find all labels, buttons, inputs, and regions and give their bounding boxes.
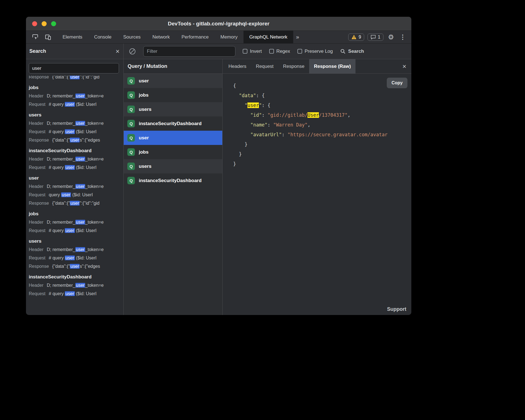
- query-badge: Q: [127, 120, 135, 127]
- code-line: "id": "gid://gitlab/User/13704317",: [233, 110, 411, 120]
- tab-response[interactable]: Response: [278, 59, 309, 73]
- query-badge: Q: [127, 163, 135, 170]
- tab-console[interactable]: Console: [88, 31, 117, 43]
- magnifier-icon: [340, 49, 346, 54]
- search-result-line[interactable]: Request# query user ($id: UserI: [29, 254, 122, 262]
- search-input[interactable]: [29, 63, 119, 73]
- search-result-line[interactable]: Request# query user ($id: UserI: [29, 226, 122, 235]
- code-line: }: [233, 159, 411, 169]
- copy-button[interactable]: Copy: [387, 78, 407, 88]
- response-tabs: Headers Request Response Response (Raw) …: [223, 59, 411, 74]
- message-count: 1: [378, 35, 380, 40]
- search-result-group[interactable]: jobs: [29, 210, 122, 218]
- tab-graphql-network[interactable]: GraphQL Network: [244, 31, 293, 43]
- tab-headers[interactable]: Headers: [224, 59, 251, 73]
- warnings-badge[interactable]: 9: [348, 34, 364, 41]
- devtools-window: DevTools - gitlab.com/-/graphql-explorer…: [26, 17, 411, 315]
- window-titlebar: DevTools - gitlab.com/-/graphql-explorer: [26, 17, 411, 31]
- network-toolbar: Invert Regex Preserve Log Search: [124, 44, 411, 59]
- code-line: {: [233, 81, 411, 91]
- response-raw-content: Copy { "data": { "user": { "id": "gid://…: [223, 74, 411, 315]
- tab-elements[interactable]: Elements: [57, 31, 88, 43]
- main-area: Response{"data":{"user":{"id":"gid jobs …: [26, 59, 411, 315]
- code-line: }: [233, 149, 411, 159]
- tabbar-right-controls: 9 1 ⚙ ⋮: [348, 31, 411, 43]
- search-result-group[interactable]: users: [29, 237, 122, 245]
- query-badge: Q: [127, 106, 135, 113]
- search-result-line[interactable]: HeaderD; remember_user_token=e: [29, 155, 122, 163]
- code-line: "name": "Warren Day",: [233, 120, 411, 130]
- query-list-item[interactable]: Q user: [124, 74, 222, 88]
- query-list-item[interactable]: Q user: [124, 131, 222, 145]
- search-result-line[interactable]: Response{"data":{"user":{"id":"gid: [29, 199, 122, 207]
- query-list-item[interactable]: Q instanceSecurityDashboard: [124, 116, 222, 131]
- tab-request[interactable]: Request: [251, 59, 278, 73]
- search-result-line[interactable]: HeaderD; remember_user_token=e: [29, 218, 122, 226]
- search-result-line[interactable]: HeaderD; remember_user_token=e: [29, 245, 122, 254]
- close-window-button[interactable]: [32, 21, 37, 26]
- query-list-item[interactable]: Q users: [124, 159, 222, 173]
- tab-network[interactable]: Network: [147, 31, 176, 43]
- search-result-line[interactable]: Request# query user ($id: UserI: [29, 290, 122, 298]
- filter-input[interactable]: [143, 46, 235, 57]
- search-result-group[interactable]: user: [29, 174, 122, 182]
- code-line: "avatarUrl": "https://secure.gravatar.co…: [233, 130, 411, 140]
- response-pane: Headers Request Response Response (Raw) …: [223, 59, 411, 315]
- regex-checkbox[interactable]: Regex: [269, 49, 290, 54]
- checkbox-box[interactable]: [243, 49, 247, 54]
- circle-slash-icon[interactable]: [129, 48, 135, 54]
- gear-icon[interactable]: ⚙: [387, 33, 395, 41]
- tab-response-raw[interactable]: Response (Raw): [309, 59, 355, 73]
- search-results[interactable]: Response{"data":{"user":{"id":"gid jobs …: [26, 75, 123, 315]
- tab-memory[interactable]: Memory: [214, 31, 243, 43]
- query-badge: Q: [127, 177, 135, 184]
- query-list-item[interactable]: Q instanceSecurityDashboard: [124, 173, 222, 188]
- search-result-line[interactable]: Response{"data":{"users":{"edges: [29, 262, 122, 271]
- close-search-panel-icon[interactable]: ×: [116, 48, 120, 55]
- tabbar-icons: [26, 31, 57, 43]
- search-result-line[interactable]: Request# query user ($id: UserI: [29, 128, 122, 136]
- kebab-menu-icon[interactable]: ⋮: [398, 33, 407, 41]
- close-response-pane-icon[interactable]: ×: [402, 63, 411, 70]
- warning-count: 9: [359, 35, 361, 40]
- search-panel-title: Search: [29, 48, 46, 54]
- search-result-line[interactable]: Response{"data":{"users":{"edges: [29, 136, 122, 144]
- query-badge: Q: [127, 77, 135, 85]
- query-badge: Q: [127, 91, 135, 99]
- search-result-line-clipped[interactable]: Response{"data":{"user":{"id":"gid: [29, 76, 122, 81]
- window-title: DevTools - gitlab.com/-/graphql-explorer: [168, 21, 269, 27]
- zoom-window-button[interactable]: [51, 21, 56, 26]
- query-badge: Q: [127, 134, 135, 142]
- support-link[interactable]: Support: [387, 306, 406, 312]
- search-result-line[interactable]: Request# query user ($id: UserI: [29, 163, 122, 172]
- message-icon: [371, 35, 376, 39]
- search-result-group[interactable]: jobs: [29, 83, 122, 92]
- issues-badge[interactable]: 1: [367, 34, 383, 41]
- search-result-group[interactable]: instanceSecurityDashboard: [29, 273, 122, 281]
- device-toolbar-icon[interactable]: [44, 33, 52, 41]
- invert-checkbox[interactable]: Invert: [243, 49, 262, 54]
- tab-sources[interactable]: Sources: [117, 31, 146, 43]
- search-result-line[interactable]: Request# query user ($id: UserI: [29, 100, 122, 109]
- query-list-item[interactable]: Q jobs: [124, 145, 222, 159]
- preserve-log-checkbox[interactable]: Preserve Log: [297, 49, 333, 54]
- search-result-line[interactable]: HeaderD; remember_user_token=e: [29, 182, 122, 191]
- query-list-item[interactable]: Q users: [124, 102, 222, 116]
- tab-performance[interactable]: Performance: [176, 31, 214, 43]
- query-list-item[interactable]: Q jobs: [124, 88, 222, 102]
- search-result-line[interactable]: HeaderD; remember_user_token=e: [29, 281, 122, 290]
- checkbox-box[interactable]: [269, 49, 274, 54]
- search-result-group[interactable]: instanceSecurityDashboard: [29, 147, 122, 155]
- more-tabs-chevron-icon[interactable]: »: [293, 31, 302, 43]
- inspect-icon[interactable]: [31, 33, 39, 41]
- search-pane: Response{"data":{"user":{"id":"gid jobs …: [26, 59, 124, 315]
- minimize-window-button[interactable]: [42, 21, 47, 26]
- query-badge: Q: [127, 148, 135, 156]
- search-result-line[interactable]: HeaderD; remember_user_token=e: [29, 92, 122, 100]
- search-result-line[interactable]: HeaderD; remember_user_token=e: [29, 119, 122, 128]
- search-result-line[interactable]: Requestquery user ($id: UserI: [29, 191, 122, 199]
- checkbox-box[interactable]: [297, 49, 302, 54]
- search-toggle[interactable]: Search: [340, 49, 364, 54]
- search-result-group[interactable]: users: [29, 111, 122, 119]
- code-line: }: [233, 140, 411, 149]
